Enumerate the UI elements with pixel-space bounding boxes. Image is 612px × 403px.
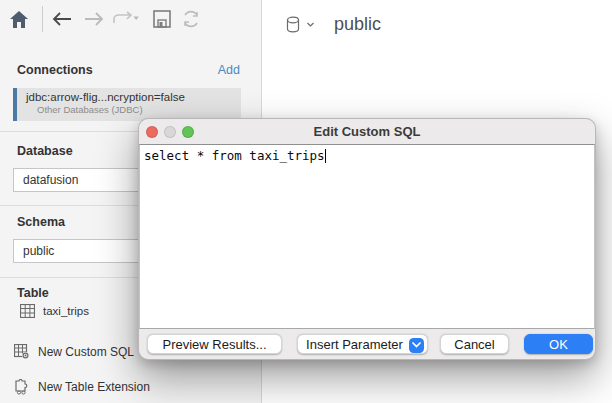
back-button[interactable] — [51, 8, 73, 30]
schema-select-value: public — [23, 244, 54, 258]
add-connection-link[interactable]: Add — [218, 63, 240, 77]
dialog-titlebar[interactable]: Edit Custom SQL — [139, 119, 595, 144]
text-cursor — [325, 149, 326, 163]
back-arrow-icon — [52, 11, 72, 27]
sql-editor[interactable]: select * from taxi_trips — [139, 144, 595, 329]
chevron-down-icon — [412, 342, 421, 348]
new-table-extension-label: New Table Extension — [38, 380, 150, 394]
home-icon — [9, 10, 29, 29]
new-custom-sql-button[interactable]: New Custom SQL — [14, 344, 134, 360]
dialog-footer: Preview Results... Insert Parameter Canc… — [139, 329, 595, 359]
toolbar-divider — [42, 6, 43, 32]
redo-icon — [112, 11, 142, 27]
forward-button[interactable] — [83, 8, 105, 30]
ok-button[interactable]: OK — [524, 334, 593, 354]
connection-subtitle: Other Databases (JDBC) — [37, 104, 235, 115]
table-item-label: taxi_trips — [43, 305, 89, 317]
refresh-icon — [181, 9, 201, 29]
datasource-header: public — [286, 14, 381, 35]
insert-parameter-label: Insert Parameter — [306, 337, 403, 352]
sql-text: select * from taxi_trips — [144, 148, 325, 163]
redo-button[interactable] — [112, 8, 142, 30]
schema-label: Schema — [17, 215, 65, 229]
database-cylinder-icon[interactable] — [286, 16, 301, 34]
insert-parameter-chevron-badge[interactable] — [409, 338, 424, 353]
cancel-button[interactable]: Cancel — [440, 334, 509, 354]
new-table-extension-button[interactable]: New Table Extension — [14, 379, 150, 395]
save-button[interactable] — [151, 8, 173, 30]
connection-item[interactable]: jdbc:arrow-flig...ncryption=false Other … — [13, 88, 241, 121]
insert-parameter-button[interactable]: Insert Parameter — [297, 334, 428, 354]
table-gear-icon — [14, 344, 30, 360]
preview-results-button[interactable]: Preview Results... — [147, 334, 282, 354]
chevron-down-icon[interactable] — [307, 22, 314, 27]
table-label: Table — [17, 286, 49, 300]
table-extension-icon — [14, 379, 30, 395]
table-grid-icon — [20, 304, 35, 318]
forward-arrow-icon — [84, 11, 104, 27]
table-item-taxi-trips[interactable]: taxi_trips — [20, 304, 89, 318]
edit-custom-sql-dialog: Edit Custom SQL select * from taxi_trips… — [138, 118, 596, 360]
home-button[interactable] — [8, 8, 30, 30]
refresh-button[interactable] — [180, 8, 202, 30]
database-select-value: datafusion — [23, 173, 78, 187]
datasource-title: public — [334, 14, 381, 35]
zoom-icon[interactable] — [182, 126, 194, 138]
save-icon — [153, 10, 171, 28]
toolbar — [0, 0, 262, 42]
dialog-title: Edit Custom SQL — [314, 124, 421, 139]
close-icon[interactable] — [146, 126, 158, 138]
connection-title: jdbc:arrow-flig...ncryption=false — [26, 91, 235, 103]
connections-header: Connections — [17, 63, 93, 77]
database-label: Database — [17, 144, 73, 158]
window-controls — [146, 126, 194, 138]
new-custom-sql-label: New Custom SQL — [38, 345, 134, 359]
minimize-icon[interactable] — [164, 126, 176, 138]
